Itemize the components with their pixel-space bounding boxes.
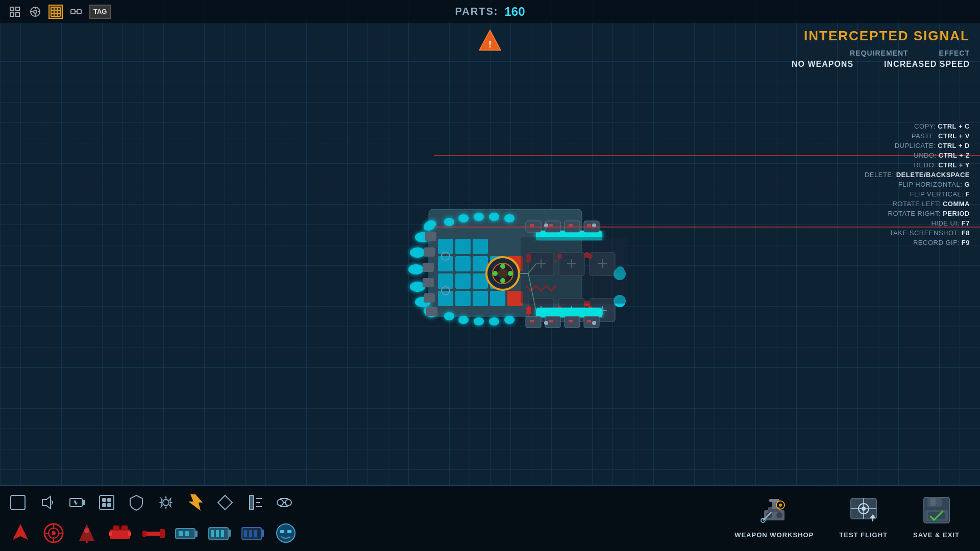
svg-point-152 — [285, 499, 291, 506]
test-flight-button[interactable]: TEST FLIGHT — [829, 491, 898, 544]
svg-rect-100 — [536, 308, 602, 317]
svg-rect-0 — [10, 7, 14, 11]
svg-rect-173 — [142, 531, 146, 537]
svg-rect-58 — [473, 291, 488, 306]
save-exit-button[interactable]: SAVE & EXIT — [903, 491, 970, 544]
signal-values: NO WEAPONS INCREASED SPEED — [792, 60, 970, 69]
bottom-toolbar: WEAPON WORKSHOP TEST FLIGHT — [0, 485, 980, 551]
weapon-workshop-label: WEAPON WORKSHOP — [734, 531, 814, 539]
ship-svg — [337, 148, 669, 378]
svg-point-27 — [458, 214, 469, 222]
svg-rect-43 — [426, 307, 437, 316]
shortcut-key: CTRL + D — [938, 142, 970, 149]
sensor-category-icon[interactable] — [244, 492, 265, 513]
weapon-red-target[interactable] — [41, 520, 66, 546]
tag-button[interactable]: TAG — [89, 5, 111, 19]
svg-point-159 — [52, 531, 56, 535]
shortcut-label: PASTE: — [912, 132, 938, 140]
shortcut-item: TAKE SCREENSHOT: F8 — [865, 229, 970, 237]
shield-category-icon[interactable] — [126, 492, 146, 513]
weapon-cyan-bat1[interactable] — [174, 520, 199, 546]
svg-rect-45 — [455, 239, 471, 254]
weapon-red-box[interactable] — [107, 520, 133, 546]
top-bar: TAG PARTS: 160 — [0, 0, 980, 23]
layers-icon[interactable] — [48, 5, 63, 19]
shortcut-item: FLIP HORIZONTAL: G — [865, 181, 970, 188]
svg-point-35 — [504, 316, 514, 324]
gear-category-icon[interactable] — [156, 492, 176, 513]
requirement-label: REQUIREMENT — [850, 49, 908, 57]
svg-rect-191 — [254, 530, 257, 537]
shortcut-label: ROTATE LEFT: — [892, 200, 942, 208]
svg-rect-1 — [16, 7, 19, 11]
weapon-cyan-bat2[interactable] — [207, 520, 232, 546]
svg-marker-132 — [42, 496, 51, 509]
svg-rect-167 — [110, 530, 130, 539]
svg-rect-38 — [425, 232, 436, 241]
svg-rect-42 — [424, 293, 435, 303]
shortcut-label: FLIP VERTICAL: — [910, 190, 966, 198]
svg-rect-192 — [258, 530, 260, 537]
svg-rect-127 — [521, 237, 628, 304]
svg-rect-185 — [221, 530, 224, 537]
svg-rect-195 — [287, 530, 291, 533]
parts-label: PARTS: — [455, 6, 498, 17]
requirement-value: NO WEAPONS — [792, 60, 853, 69]
target-icon[interactable] — [28, 5, 42, 19]
svg-rect-138 — [100, 495, 114, 510]
shortcut-key: F9 — [962, 239, 970, 246]
svg-rect-172 — [145, 532, 161, 536]
svg-point-29 — [489, 213, 499, 221]
link-category-icon[interactable] — [274, 492, 295, 513]
svg-rect-54 — [438, 291, 453, 306]
diamond-category-icon[interactable] — [215, 492, 235, 513]
svg-rect-168 — [113, 525, 119, 531]
weapon-cyan-helm[interactable] — [273, 520, 299, 546]
weapon-red-cone[interactable] — [74, 520, 100, 546]
svg-rect-15 — [71, 10, 75, 14]
weapon-red-arrow[interactable] — [8, 520, 33, 546]
connect-icon[interactable] — [69, 5, 83, 19]
svg-point-33 — [474, 317, 484, 325]
shortcut-label: UNDO: — [914, 152, 939, 159]
shortcut-item: FLIP VERTICAL: F — [865, 190, 970, 198]
hull-category-icon[interactable] — [8, 492, 28, 513]
boost-category-icon[interactable] — [185, 492, 206, 513]
svg-point-32 — [458, 316, 469, 324]
shortcut-label: RECORD GIF: — [913, 239, 962, 246]
svg-rect-184 — [216, 530, 219, 537]
svg-rect-55 — [455, 291, 471, 306]
svg-point-34 — [489, 317, 499, 325]
svg-point-119 — [544, 321, 548, 325]
svg-rect-190 — [249, 530, 252, 537]
weapon-red-beam[interactable] — [140, 520, 166, 546]
shortcut-key: F7 — [962, 219, 970, 227]
svg-rect-169 — [121, 525, 128, 531]
svg-point-30 — [504, 214, 514, 222]
shortcut-item: ROTATE RIGHT: PERIOD — [865, 210, 970, 217]
shortcut-key: F8 — [962, 229, 970, 237]
weapon-workshop-button[interactable]: WEAPON WORKSHOP — [724, 491, 824, 544]
grid-icon[interactable] — [8, 5, 22, 19]
svg-point-143 — [163, 499, 169, 506]
shortcut-label: COPY: — [914, 122, 938, 130]
right-panel: INTERCEPTED SIGNAL REQUIREMENT EFFECT NO… — [792, 28, 970, 71]
module-category-icon[interactable] — [96, 492, 117, 513]
svg-point-193 — [277, 524, 295, 542]
svg-rect-186 — [225, 530, 227, 537]
svg-rect-179 — [185, 531, 189, 536]
bottom-right-section: WEAPON WORKSHOP TEST FLIGHT — [714, 486, 980, 549]
bottom-left-section — [0, 486, 714, 551]
parts-display: PARTS: 160 — [455, 5, 525, 19]
signal-title: INTERCEPTED SIGNAL — [792, 28, 970, 44]
svg-rect-60 — [507, 291, 523, 306]
svg-rect-174 — [160, 529, 165, 538]
svg-point-205 — [779, 504, 782, 507]
battery-category-icon[interactable] — [67, 492, 87, 513]
audio-category-icon[interactable] — [37, 492, 58, 513]
svg-rect-141 — [103, 504, 106, 507]
shortcut-item: HIDE UI: F7 — [865, 219, 970, 227]
weapon-cyan-bat3[interactable] — [240, 520, 265, 546]
weapon-workshop-icon — [759, 496, 790, 529]
svg-rect-140 — [108, 498, 111, 502]
